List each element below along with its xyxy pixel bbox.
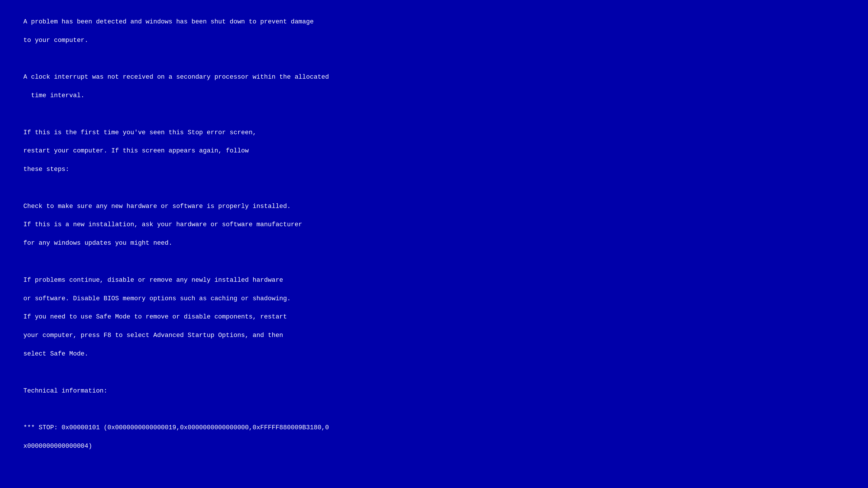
line-15: select Safe Mode. — [24, 350, 88, 358]
bsod-content: A problem has been detected and windows … — [8, 8, 860, 488]
line-13: If you need to use Safe Mode to remove o… — [24, 313, 287, 321]
line-9: If this is a new installation, ask your … — [24, 221, 302, 228]
line-10: for any windows updates you might need. — [24, 239, 173, 247]
bsod-screen: A problem has been detected and windows … — [0, 0, 868, 488]
line-17: *** STOP: 0x00000101 (0x0000000000000019… — [24, 424, 329, 431]
line-5: If this is the first time you've seen th… — [24, 129, 256, 136]
line-1: A problem has been detected and windows … — [24, 18, 314, 26]
line-11: If problems continue, disable or remove … — [24, 276, 283, 284]
line-3: A clock interrupt was not received on a … — [24, 73, 329, 81]
line-7: these steps: — [24, 166, 69, 173]
line-18: x0000000000000004) — [24, 443, 92, 450]
line-12: or software. Disable BIOS memory options… — [24, 295, 291, 302]
line-8: Check to make sure any new hardware or s… — [24, 203, 291, 210]
line-16: Technical information: — [24, 387, 107, 395]
line-4: time interval. — [24, 92, 85, 99]
line-2: to your computer. — [24, 37, 88, 44]
line-14: your computer, press F8 to select Advanc… — [24, 332, 283, 339]
line-6: restart your computer. If this screen ap… — [24, 147, 249, 155]
